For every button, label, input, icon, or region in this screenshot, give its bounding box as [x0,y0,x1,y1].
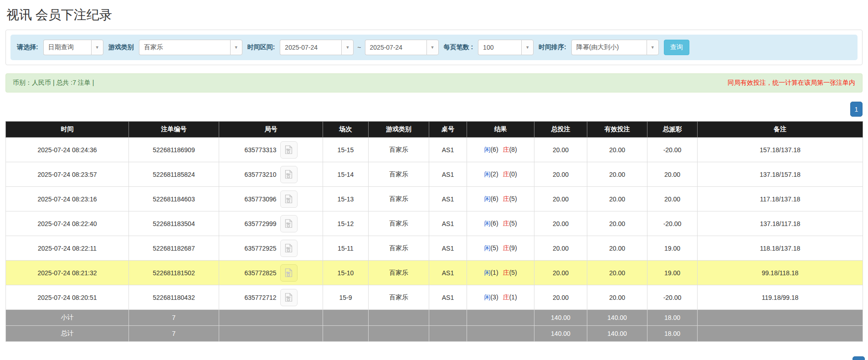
cell-result: 闲(5) 庄(9) [467,236,534,261]
cell-valid-bet: 20.00 [587,236,647,261]
result-banker-score: (9) [509,244,517,252]
cell-game-type: 百家乐 [369,211,429,236]
result-player-score: (6) [490,220,500,227]
footer-empty-cell [698,326,863,342]
pagination-page-button[interactable]: 1 [853,356,865,360]
cell-total-bet: 20.00 [534,261,587,285]
round-number: 635773210 [244,171,276,178]
cell-bet-id: 522681180432 [129,285,219,310]
video-replay-button[interactable] [280,240,298,257]
cell-payout: 20.00 [647,162,698,187]
cell-round: 635772825 [219,261,323,285]
chevron-down-icon[interactable]: ▼ [91,40,103,55]
video-replay-button[interactable] [280,190,298,208]
video-file-icon [284,268,293,278]
subtotal-count: 7 [129,310,219,326]
date-from-select[interactable]: ▼ [280,40,354,55]
chevron-down-icon[interactable]: ▼ [230,40,242,55]
sort-order-select[interactable]: ▼ [571,40,659,55]
cell-session: 15-13 [323,187,369,211]
result-banker-score: (0) [509,170,517,178]
video-file-icon [284,293,293,302]
filter-panel: 请选择: ▼ 游戏类别 ▼ 时间区间: ▼ ~ ▼ 每页笔数 : [5,30,863,65]
grand-total-payout: 18.00 [647,326,698,342]
header-bet-id: 注单编号 [129,122,219,138]
cell-time: 2025-07-24 08:23:16 [6,187,129,211]
cell-bet-id: 522681181502 [129,261,219,285]
footer-empty-cell [323,326,369,342]
result-player-label: 闲 [484,269,490,276]
cell-round: 635773313 [219,138,323,162]
result-player-score: (5) [490,244,500,252]
footer-empty-cell [698,310,863,326]
query-type-input[interactable] [43,40,91,55]
chevron-down-icon[interactable]: ▼ [521,40,534,55]
table-row: 2025-07-24 08:24:36 522681186909 6357733… [6,138,863,162]
cell-session: 15-14 [323,162,369,187]
result-player-score: (3) [490,293,500,301]
date-to-select[interactable]: ▼ [365,40,439,55]
footer-empty-cell [467,310,534,326]
page-size-input[interactable] [478,40,521,55]
subtotal-label: 小计 [6,310,129,326]
page-size-select[interactable]: ▼ [478,40,534,55]
footer-empty-cell [323,310,369,326]
subtotal-row: 小计 7 140.00 140.00 18.00 [6,310,863,326]
video-replay-button[interactable] [280,166,298,183]
cell-time: 2025-07-24 08:22:40 [6,211,129,236]
table-row: 2025-07-24 08:21:32 522681181502 6357728… [6,261,863,285]
footer-empty-cell [219,310,323,326]
table-row: 2025-07-24 08:23:16 522681184603 6357730… [6,187,863,211]
result-banker-score: (1) [509,293,517,301]
cell-table-number: AS1 [429,162,467,187]
chevron-down-icon[interactable]: ▼ [426,40,439,55]
cell-result: 闲(1) 庄(5) [467,261,534,285]
sort-order-input[interactable] [571,40,647,55]
cell-game-type: 百家乐 [369,162,429,187]
cell-total-bet: 20.00 [534,211,587,236]
query-type-select[interactable]: ▼ [43,40,103,55]
cell-note: 117.18/137.18 [698,187,863,211]
game-type-label: 游戏类别 [108,43,134,51]
cell-total-bet: 20.00 [534,162,587,187]
result-banker-score: (5) [509,220,517,227]
cell-table-number: AS1 [429,138,467,162]
table-row: 2025-07-24 08:22:11 522681182687 6357729… [6,236,863,261]
pagination-page-button[interactable]: 1 [850,102,863,117]
result-banker-label: 庄 [503,146,509,153]
cell-payout: 19.00 [647,261,698,285]
result-player-score: (6) [490,195,500,202]
video-replay-button[interactable] [280,215,298,232]
subtotal-payout: 18.00 [647,310,698,326]
video-replay-button[interactable] [280,289,298,306]
round-number: 635772825 [244,269,276,277]
cell-bet-id: 522681186909 [129,138,219,162]
header-note: 备注 [698,122,863,138]
result-banker-score: (5) [509,195,517,202]
chevron-down-icon[interactable]: ▼ [647,40,659,55]
result-player-label: 闲 [484,220,490,227]
date-from-input[interactable] [280,40,341,55]
video-file-icon [284,170,293,179]
video-replay-button[interactable] [280,141,298,159]
footer-empty-cell [429,310,467,326]
result-banker-score: (8) [509,146,517,153]
sort-order-label: 时间排序: [539,43,566,51]
round-number: 635772925 [244,245,276,252]
result-player-score: (6) [490,146,500,153]
video-replay-button[interactable] [280,264,298,282]
game-type-select[interactable]: ▼ [139,40,242,55]
header-round: 局号 [219,122,323,138]
cell-bet-id: 522681185824 [129,162,219,187]
result-banker-label: 庄 [503,220,509,227]
grand-total-count: 7 [129,326,219,342]
game-type-input[interactable] [139,40,230,55]
result-player-score: (1) [490,269,500,276]
search-button[interactable]: 查询 [664,40,689,55]
date-to-input[interactable] [365,40,426,55]
summary-text: 币别：人民币 | 总共 :7 注单 | [13,79,94,87]
cell-bet-id: 522681182687 [129,236,219,261]
grand-total-row: 总计 7 140.00 140.00 18.00 [6,326,863,342]
chevron-down-icon[interactable]: ▼ [341,40,354,55]
cell-valid-bet: 20.00 [587,187,647,211]
